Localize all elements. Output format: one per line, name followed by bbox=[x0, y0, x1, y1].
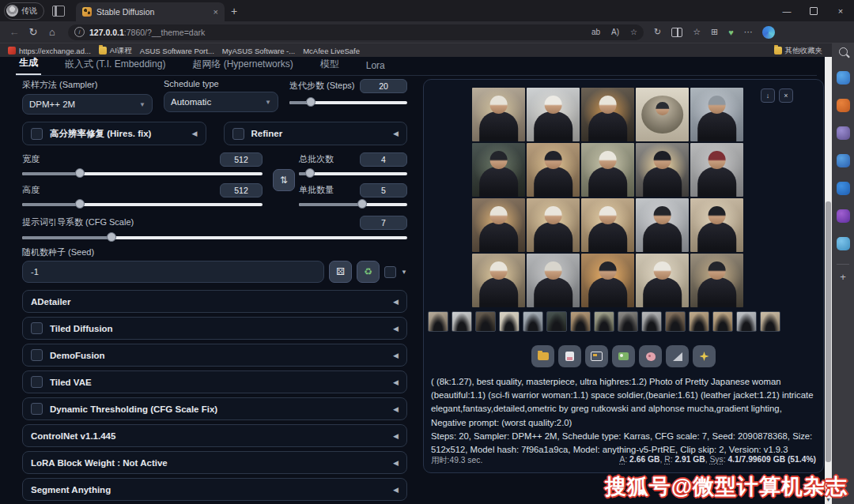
cfg-slider[interactable] bbox=[22, 232, 407, 242]
generated-image[interactable] bbox=[581, 143, 634, 197]
accordion-arrow-icon[interactable]: ◀ bbox=[393, 130, 399, 137]
read-aloud-icon[interactable]: A) bbox=[611, 28, 619, 36]
gallery-thumbnail[interactable] bbox=[689, 311, 709, 332]
generated-image[interactable] bbox=[527, 198, 580, 252]
gallery-thumbnail[interactable] bbox=[523, 311, 543, 332]
generated-image[interactable] bbox=[527, 143, 580, 197]
bookmark-item[interactable]: AI课程 bbox=[99, 46, 132, 56]
games-icon[interactable] bbox=[837, 154, 850, 167]
send-inpaint-button[interactable] bbox=[639, 345, 662, 367]
minimize-button[interactable]: — bbox=[773, 0, 800, 21]
swap-dimensions-button[interactable]: ⇅ bbox=[273, 169, 295, 191]
bookmark-item[interactable]: MyASUS Software -... bbox=[222, 47, 295, 55]
browser-essentials-icon[interactable]: ♥ bbox=[728, 28, 734, 37]
accordion-arrow-icon[interactable]: ◀ bbox=[393, 325, 399, 333]
accordion-arrow-icon[interactable]: ◀ bbox=[393, 486, 399, 494]
gallery-thumbnail[interactable] bbox=[618, 311, 638, 332]
designer-icon[interactable] bbox=[837, 209, 850, 223]
accordion-arrow-icon[interactable]: ◀ bbox=[393, 405, 399, 413]
accordion-arrow-icon[interactable]: ◀ bbox=[393, 378, 399, 386]
generated-image[interactable] bbox=[690, 254, 743, 307]
accordion-demofusion[interactable]: DemoFusion◀ bbox=[22, 344, 407, 367]
seed-extra-checkbox[interactable] bbox=[384, 266, 396, 278]
tab-close-icon[interactable]: × bbox=[214, 7, 218, 17]
reuse-seed-button[interactable]: ♻ bbox=[357, 261, 380, 283]
home-button[interactable]: ⌂ bbox=[43, 26, 62, 38]
generated-image[interactable] bbox=[581, 198, 634, 252]
refresh-button[interactable]: ↻ bbox=[24, 26, 43, 38]
generated-image[interactable] bbox=[636, 254, 689, 307]
accordion-lora-block-weight-not-active[interactable]: LoRA Block Weight : Not Active◀ bbox=[22, 451, 407, 474]
bookmark-item[interactable]: McAfee LiveSafe bbox=[303, 47, 360, 55]
bookmark-item[interactable]: https://exchange.ad... bbox=[8, 47, 91, 55]
translate-icon[interactable]: ab bbox=[591, 28, 600, 36]
batch-size-slider[interactable] bbox=[299, 199, 407, 209]
scrollbar-thumb[interactable] bbox=[826, 201, 831, 462]
workspaces-icon[interactable] bbox=[52, 6, 65, 17]
accordion-arrow-icon[interactable]: ◀ bbox=[393, 352, 399, 359]
generated-image[interactable] bbox=[527, 254, 580, 307]
tab-生成[interactable]: 生成 bbox=[16, 56, 41, 75]
steps-input[interactable]: 20 bbox=[360, 79, 407, 93]
accordion-controlnet-v1-1-445[interactable]: ControlNet v1.1.445◀ bbox=[22, 424, 407, 447]
send-extras-button[interactable] bbox=[666, 345, 689, 367]
generated-image[interactable] bbox=[581, 254, 634, 307]
accordion-dynamic-thresholding-cfg-scale-fix-[interactable]: Dynamic Thresholding (CFG Scale Fix)◀ bbox=[22, 397, 407, 420]
gallery-thumbnail[interactable] bbox=[499, 311, 520, 332]
height-slider[interactable] bbox=[22, 199, 263, 209]
gallery-thumbnail[interactable] bbox=[570, 311, 591, 332]
accordion-segment-anything[interactable]: Segment Anything◀ bbox=[22, 478, 407, 501]
favorites-bar-icon[interactable]: ☆ bbox=[693, 27, 701, 37]
tab-模型[interactable]: 模型 bbox=[317, 58, 342, 75]
accordion-arrow-icon[interactable]: ◀ bbox=[393, 432, 399, 440]
new-tab-button[interactable]: + bbox=[231, 5, 237, 17]
save-zip-button[interactable] bbox=[585, 345, 608, 367]
favorite-star-icon[interactable]: ☆ bbox=[630, 28, 637, 36]
accordion-checkbox[interactable] bbox=[31, 403, 43, 415]
open-folder-button[interactable] bbox=[531, 345, 554, 367]
generated-image[interactable] bbox=[636, 88, 689, 141]
gallery-thumbnail[interactable] bbox=[736, 311, 757, 332]
generated-image[interactable] bbox=[472, 198, 525, 252]
generated-image[interactable] bbox=[690, 198, 743, 252]
split-screen-icon[interactable] bbox=[671, 28, 682, 37]
drop-icon[interactable] bbox=[837, 237, 850, 250]
random-seed-button[interactable]: ⚄ bbox=[329, 261, 352, 283]
generated-image[interactable] bbox=[527, 88, 580, 141]
gallery-thumbnail[interactable] bbox=[641, 311, 662, 332]
copilot-icon[interactable] bbox=[837, 71, 850, 85]
batch-count-slider[interactable] bbox=[299, 168, 407, 178]
download-image-button[interactable]: ↓ bbox=[761, 88, 775, 103]
outlook-icon[interactable] bbox=[837, 182, 850, 195]
generated-image[interactable] bbox=[636, 198, 689, 252]
gallery-thumbnail[interactable] bbox=[428, 311, 448, 332]
other-favorites[interactable]: 其他收藏夹 bbox=[774, 46, 823, 56]
tab-嵌入式 (T.I. Embedding)[interactable]: 嵌入式 (T.I. Embedding) bbox=[62, 58, 168, 75]
gallery-thumbnail[interactable] bbox=[665, 311, 686, 332]
accordion-checkbox[interactable] bbox=[31, 349, 43, 361]
gallery-thumbnail[interactable] bbox=[594, 311, 614, 332]
people-icon[interactable] bbox=[837, 126, 850, 140]
upscale-button[interactable] bbox=[693, 345, 716, 367]
hires-checkbox[interactable] bbox=[31, 128, 43, 140]
gallery-thumbnail[interactable] bbox=[475, 311, 496, 332]
steps-slider[interactable] bbox=[289, 97, 407, 107]
accordion-arrow-icon[interactable]: ◀ bbox=[393, 459, 399, 467]
gallery-thumbnail[interactable] bbox=[452, 311, 472, 332]
send-img2img-button[interactable] bbox=[612, 345, 635, 367]
accordion-adetailer[interactable]: ADetailer◀ bbox=[22, 290, 407, 313]
copilot-icon[interactable] bbox=[762, 26, 775, 39]
generated-image[interactable] bbox=[581, 88, 634, 141]
office-icon[interactable] bbox=[837, 99, 850, 112]
batch-count-input[interactable]: 4 bbox=[360, 152, 407, 167]
generated-image[interactable] bbox=[636, 143, 689, 197]
address-bar[interactable]: i 127.0.0.1:7860/?__theme=dark ab A) ☆ bbox=[68, 24, 644, 40]
width-input[interactable]: 512 bbox=[220, 152, 263, 167]
back-button[interactable]: ← bbox=[5, 26, 24, 38]
generated-image[interactable] bbox=[472, 88, 525, 141]
refiner-checkbox[interactable] bbox=[232, 128, 244, 140]
sync-icon[interactable]: ↻ bbox=[654, 27, 661, 37]
accordion-arrow-icon[interactable]: ◀ bbox=[393, 298, 399, 306]
width-slider[interactable] bbox=[22, 168, 263, 178]
sampler-select[interactable]: DPM++ 2M ▼ bbox=[22, 94, 153, 115]
